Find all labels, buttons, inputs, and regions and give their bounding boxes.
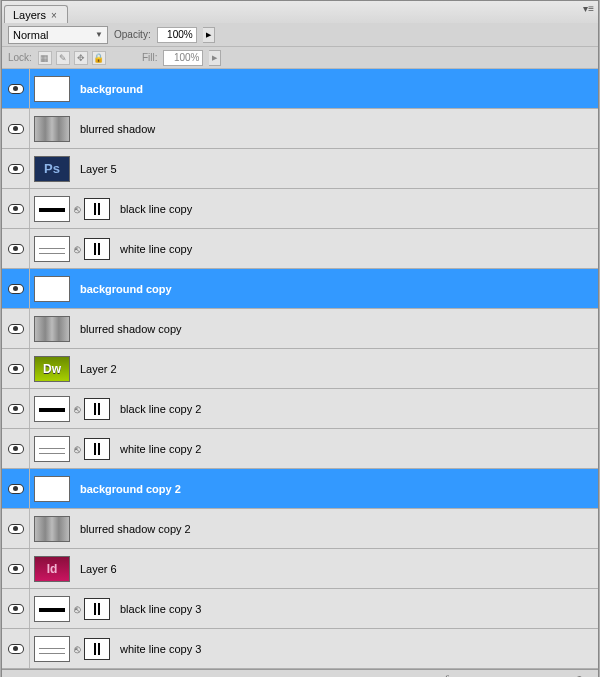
layer-row[interactable]: ⎋black line copy <box>2 189 598 229</box>
fill-flyout-icon[interactable]: ▶ <box>209 50 221 66</box>
layer-thumbnail[interactable] <box>34 516 70 542</box>
visibility-toggle[interactable] <box>2 109 30 148</box>
opacity-input[interactable]: 100% <box>157 27 197 43</box>
layer-name[interactable]: black line copy 2 <box>110 403 201 415</box>
layer-name[interactable]: Layer 5 <box>70 163 117 175</box>
layer-row[interactable]: background copy <box>2 269 598 309</box>
layer-name[interactable]: white line copy 2 <box>110 443 201 455</box>
mask-link-icon[interactable]: ⎋ <box>73 398 81 420</box>
layer-thumbnail[interactable]: Id <box>34 556 70 582</box>
layer-thumbnail[interactable] <box>34 396 70 422</box>
layer-row[interactable]: DwLayer 2 <box>2 349 598 389</box>
layer-thumbnail[interactable] <box>34 436 70 462</box>
fill-input[interactable]: 100% <box>163 50 203 66</box>
mask-link-icon[interactable]: ⎋ <box>73 638 81 660</box>
layer-name[interactable]: background copy 2 <box>70 483 181 495</box>
lock-transparency-icon[interactable]: ▦ <box>38 51 52 65</box>
trash-icon[interactable]: 🗑 <box>572 673 588 678</box>
layer-thumbnail[interactable] <box>34 316 70 342</box>
opacity-flyout-icon[interactable]: ▶ <box>203 27 215 43</box>
layer-name[interactable]: background copy <box>70 283 172 295</box>
layer-row[interactable]: background <box>2 69 598 109</box>
adjustment-layer-icon[interactable]: ◐▾ <box>494 673 510 678</box>
layer-name[interactable]: Layer 6 <box>70 563 117 575</box>
lock-pixels-icon[interactable]: ✎ <box>56 51 70 65</box>
layer-name[interactable]: Layer 2 <box>70 363 117 375</box>
layer-row[interactable]: IdLayer 6 <box>2 549 598 589</box>
layer-row[interactable]: ⎋black line copy 2 <box>2 389 598 429</box>
layer-name[interactable]: blurred shadow copy <box>70 323 182 335</box>
visibility-toggle[interactable] <box>2 269 30 308</box>
lock-all-icon[interactable]: 🔒 <box>92 51 106 65</box>
visibility-toggle[interactable] <box>2 509 30 548</box>
link-layers-icon[interactable]: ⚭ <box>416 673 432 678</box>
mask-link-icon[interactable]: ⎋ <box>73 198 81 220</box>
layer-row[interactable]: ⎋white line copy <box>2 229 598 269</box>
lock-position-icon[interactable]: ✥ <box>74 51 88 65</box>
layer-row[interactable]: blurred shadow copy 2 <box>2 509 598 549</box>
layer-row[interactable]: blurred shadow copy <box>2 309 598 349</box>
tab-layers[interactable]: Layers × <box>4 5 68 23</box>
layer-mask-thumbnail[interactable] <box>84 398 110 420</box>
layer-row[interactable]: background copy 2 <box>2 469 598 509</box>
lock-label: Lock: <box>8 52 32 63</box>
layer-thumbnail[interactable] <box>34 276 70 302</box>
layer-name[interactable]: background <box>70 83 143 95</box>
layer-row[interactable]: ⎋black line copy 3 <box>2 589 598 629</box>
layer-row[interactable]: PsLayer 5 <box>2 149 598 189</box>
mask-link-icon[interactable]: ⎋ <box>73 238 81 260</box>
blend-mode-select[interactable]: Normal ▼ <box>8 26 108 44</box>
layer-name[interactable]: blurred shadow <box>70 123 155 135</box>
visibility-toggle[interactable] <box>2 469 30 508</box>
thumbnail-group: Ps <box>30 156 70 182</box>
visibility-toggle[interactable] <box>2 589 30 628</box>
eye-icon <box>8 404 24 414</box>
layer-mask-icon[interactable]: ▣ <box>468 673 484 678</box>
layer-row[interactable]: ⎋white line copy 2 <box>2 429 598 469</box>
visibility-toggle[interactable] <box>2 309 30 348</box>
visibility-toggle[interactable] <box>2 429 30 468</box>
fill-label: Fill: <box>142 52 158 63</box>
eye-icon <box>8 164 24 174</box>
thumbnail-group <box>30 476 70 502</box>
layer-name[interactable]: white line copy 3 <box>110 643 201 655</box>
thumbnail-group: ⎋ <box>30 596 110 622</box>
layers-panel: ▾≡ Layers × Normal ▼ Opacity: 100% ▶ Loc… <box>1 0 599 677</box>
visibility-toggle[interactable] <box>2 549 30 588</box>
new-layer-icon[interactable]: ▤ <box>546 673 562 678</box>
visibility-toggle[interactable] <box>2 629 30 668</box>
layer-thumbnail[interactable] <box>34 196 70 222</box>
layer-thumbnail[interactable]: Ps <box>34 156 70 182</box>
close-icon[interactable]: × <box>51 10 57 21</box>
layer-row[interactable]: blurred shadow <box>2 109 598 149</box>
mask-link-icon[interactable]: ⎋ <box>73 598 81 620</box>
visibility-toggle[interactable] <box>2 389 30 428</box>
layer-thumbnail[interactable] <box>34 76 70 102</box>
layer-thumbnail[interactable] <box>34 596 70 622</box>
mask-link-icon[interactable]: ⎋ <box>73 438 81 460</box>
layer-name[interactable]: white line copy <box>110 243 192 255</box>
layer-mask-thumbnail[interactable] <box>84 238 110 260</box>
layer-name[interactable]: black line copy <box>110 203 192 215</box>
fx-icon[interactable]: fx▾ <box>442 673 458 678</box>
thumbnail-group <box>30 76 70 102</box>
layer-thumbnail[interactable] <box>34 116 70 142</box>
layer-mask-thumbnail[interactable] <box>84 198 110 220</box>
visibility-toggle[interactable] <box>2 189 30 228</box>
layer-mask-thumbnail[interactable] <box>84 598 110 620</box>
layer-thumbnail[interactable] <box>34 636 70 662</box>
visibility-toggle[interactable] <box>2 229 30 268</box>
layer-row[interactable]: ⎋white line copy 3 <box>2 629 598 669</box>
layer-thumbnail[interactable]: Dw <box>34 356 70 382</box>
layer-mask-thumbnail[interactable] <box>84 638 110 660</box>
layer-name[interactable]: blurred shadow copy 2 <box>70 523 191 535</box>
layer-mask-thumbnail[interactable] <box>84 438 110 460</box>
layer-thumbnail[interactable] <box>34 476 70 502</box>
layer-name[interactable]: black line copy 3 <box>110 603 201 615</box>
visibility-toggle[interactable] <box>2 149 30 188</box>
layer-thumbnail[interactable] <box>34 236 70 262</box>
visibility-toggle[interactable] <box>2 69 30 108</box>
group-icon[interactable]: ▭ <box>520 673 536 678</box>
panel-menu-icon[interactable]: ▾≡ <box>583 3 594 14</box>
visibility-toggle[interactable] <box>2 349 30 388</box>
